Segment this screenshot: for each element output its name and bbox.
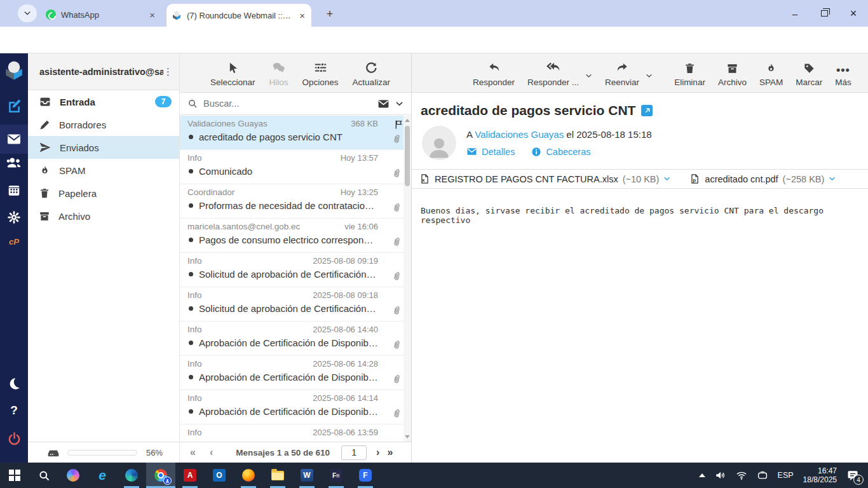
taskbar-firefox-button[interactable]: [234, 463, 263, 488]
attachment-pdf[interactable]: p acreditado cnt.pdf (~258 KB): [689, 173, 836, 184]
start-button[interactable]: [0, 463, 29, 488]
paperclip-icon: [391, 407, 403, 420]
page-number-input[interactable]: [341, 445, 367, 460]
sidebar-item-borradores[interactable]: Borradores: [28, 113, 179, 136]
scroll-down-arrow[interactable]: [405, 435, 410, 438]
search-scope-mail-icon[interactable]: [377, 98, 390, 110]
unread-dot: [189, 169, 193, 173]
window-minimize-button[interactable]: –: [780, 0, 810, 27]
cursor-icon: [226, 62, 239, 74]
spam-button[interactable]: SPAM: [759, 62, 783, 87]
scroll-up-arrow[interactable]: [405, 119, 410, 122]
tab-roundcube[interactable]: (7) Roundcube Webmail :: Envia ×: [166, 4, 311, 27]
forward-button[interactable]: Reenviar: [605, 61, 639, 87]
tray-expand-button[interactable]: [699, 473, 705, 477]
inbox-icon: [39, 95, 51, 108]
attachment-dropdown-icon[interactable]: [829, 175, 836, 182]
threads-button[interactable]: Hilos: [269, 61, 288, 87]
close-icon[interactable]: ×: [298, 10, 306, 22]
rail-settings-button[interactable]: [0, 205, 28, 230]
rail-darkmode-button[interactable]: [0, 371, 28, 396]
tray-volume-button[interactable]: [715, 470, 726, 481]
attachment-xlsx[interactable]: x REGISTRO DE PAGOS CNT FACTURA.xlsx (~1…: [419, 173, 670, 184]
pagination-bar: « ‹ Mensajes 1 a 50 de 610 › »: [180, 442, 411, 463]
list-item[interactable]: CoordinadorHoy 13:25 Proformas de necesi…: [180, 184, 411, 219]
search-input[interactable]: [203, 98, 372, 109]
rail-logout-button[interactable]: [0, 426, 28, 451]
search-options-chevron-icon[interactable]: [395, 100, 403, 108]
reply-button[interactable]: Responder: [473, 61, 515, 87]
list-item[interactable]: maricela.santos@cnel.gob.ecvie 16:06 Pag…: [180, 219, 411, 253]
open-in-new-window-button[interactable]: [641, 105, 653, 116]
list-item[interactable]: Info2025-08-08 09:19 Solicitud de aproba…: [180, 253, 411, 287]
attachment-dropdown-icon[interactable]: [663, 175, 670, 182]
reply-all-button[interactable]: Responder ...: [527, 60, 579, 87]
rail-contacts-button[interactable]: [0, 150, 28, 175]
language-indicator[interactable]: ESP: [778, 471, 794, 480]
compose-button[interactable]: [0, 93, 28, 118]
rail-cpanel-button[interactable]: cP: [0, 229, 28, 254]
list-item[interactable]: Validaciones Guayas368 KB acreditado de …: [180, 116, 411, 150]
sidebar-item-enviados[interactable]: Enviados: [28, 136, 179, 159]
list-item[interactable]: Info2025-08-06 14:14 Aprobación de Certi…: [180, 390, 411, 424]
list-item[interactable]: Info2025-08-08 09:18 Solicitud de aproba…: [180, 287, 411, 322]
scrollbar-thumb[interactable]: [405, 126, 410, 186]
taskbar-explorer-button[interactable]: [263, 463, 292, 488]
delete-button[interactable]: Eliminar: [674, 62, 705, 87]
list-item[interactable]: Info2025-08-06 14:28 Aprobación de Certi…: [180, 356, 411, 390]
folder-label: Papelera: [58, 188, 172, 199]
forward-dropdown-icon[interactable]: [646, 72, 653, 79]
window-restore-button[interactable]: [810, 0, 839, 27]
archive-button[interactable]: Archivo: [718, 62, 747, 87]
window-close-button[interactable]: ×: [839, 0, 868, 27]
more-button[interactable]: ••• Más: [835, 65, 851, 87]
tray-meet-button[interactable]: [757, 470, 768, 481]
details-link[interactable]: Detalles: [482, 147, 515, 157]
rail-calendar-button[interactable]: [0, 177, 28, 203]
mark-button[interactable]: Marcar: [796, 62, 822, 87]
taskbar-f-app-button[interactable]: F: [351, 463, 380, 488]
taskbar-fs-app-button[interactable]: F≡: [322, 463, 351, 488]
sidebar-item-archivo[interactable]: Archivo: [28, 205, 179, 227]
close-icon[interactable]: ×: [148, 9, 156, 21]
select-button[interactable]: Seleccionar: [210, 62, 255, 87]
clock[interactable]: 16:47 18/8/2025: [803, 466, 837, 484]
recipient-link[interactable]: Validaciones Guayas: [475, 129, 564, 140]
sidebar-item-entrada[interactable]: Entrada 7: [28, 90, 179, 113]
tab-search-button[interactable]: [18, 4, 37, 22]
refresh-button[interactable]: Actualizar: [353, 62, 390, 87]
rail-help-button[interactable]: ?: [0, 398, 28, 423]
storage-disk-icon: [47, 446, 60, 459]
first-page-button[interactable]: «: [190, 447, 196, 458]
account-header[interactable]: asistente-administrativo@sa... ⋮: [28, 53, 179, 90]
taskbar-word-button[interactable]: W: [292, 463, 322, 488]
options-button[interactable]: Opciones: [302, 61, 339, 87]
rail-mail-button[interactable]: [0, 126, 28, 152]
archive-box-icon: [39, 210, 50, 222]
sidebar-item-spam[interactable]: SPAM: [28, 159, 179, 182]
next-page-button[interactable]: ›: [376, 447, 379, 458]
notification-center-button[interactable]: 4: [846, 469, 859, 482]
taskbar-chrome-button[interactable]: [146, 463, 175, 488]
sidebar-item-papelera[interactable]: Papelera: [28, 182, 179, 205]
folder-panel: asistente-administrativo@sa... ⋮ Entrada…: [28, 53, 180, 463]
list-item[interactable]: InfoHoy 13:57 Comunicado: [180, 150, 411, 184]
taskbar-copilot-button[interactable]: [58, 463, 88, 488]
account-menu-button[interactable]: ⋮: [163, 66, 173, 78]
taskbar-outlook-button[interactable]: O: [205, 463, 234, 488]
new-tab-button[interactable]: +: [322, 6, 338, 22]
prev-page-button[interactable]: ‹: [210, 447, 213, 458]
taskbar-acrobat-button[interactable]: A: [175, 463, 205, 488]
list-item[interactable]: Info2025-08-06 14:40 Aprobación de Certi…: [180, 322, 411, 356]
tab-whatsapp[interactable]: WhatsApp ×: [41, 6, 161, 24]
taskbar-ie-button[interactable]: e: [88, 463, 117, 488]
headers-link[interactable]: Cabeceras: [546, 147, 590, 157]
taskbar-edge-button[interactable]: [117, 463, 146, 488]
last-page-button[interactable]: »: [387, 447, 393, 458]
taskbar-search-button[interactable]: [29, 463, 58, 488]
tray-wifi-button[interactable]: [736, 470, 747, 481]
flag-icon[interactable]: [394, 119, 404, 130]
reply-all-dropdown-icon[interactable]: [585, 72, 592, 79]
list-item[interactable]: Info2025-08-06 13:59: [180, 424, 411, 442]
list-scrollbar[interactable]: [403, 116, 411, 442]
